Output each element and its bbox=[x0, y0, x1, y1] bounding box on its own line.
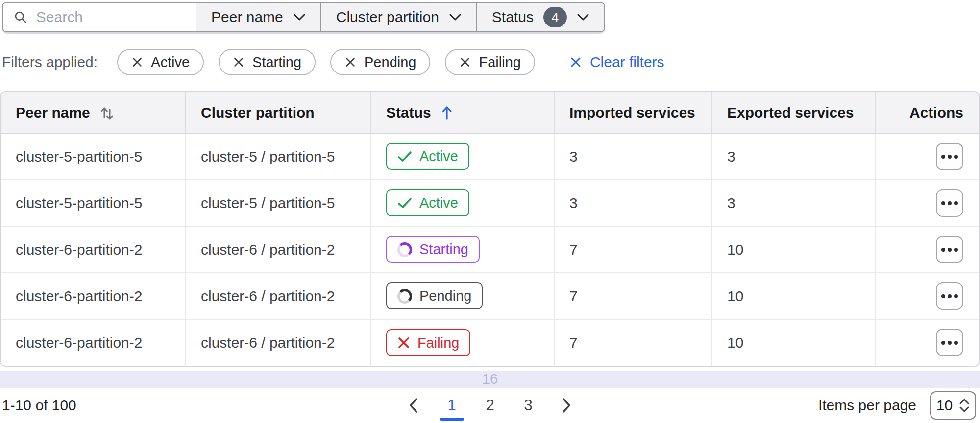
status-label: Failing bbox=[417, 335, 459, 351]
page-button-3[interactable]: 3 bbox=[514, 390, 542, 421]
status-label: Active bbox=[419, 148, 458, 164]
table-row: cluster-6-partition-2cluster-6 / partiti… bbox=[1, 319, 979, 366]
chevron-left-icon bbox=[409, 398, 418, 413]
spinner-icon bbox=[397, 289, 412, 304]
column-label: Status bbox=[386, 104, 431, 121]
previous-page-button[interactable] bbox=[400, 390, 427, 421]
cell-imported-services: 3 bbox=[554, 133, 712, 180]
dropdown-label: Peer name bbox=[211, 9, 283, 25]
filter-chip-label: Active bbox=[151, 54, 190, 70]
table-row: cluster-6-partition-2cluster-6 / partiti… bbox=[1, 273, 979, 319]
status-badge: Failing bbox=[386, 329, 470, 356]
cell-cluster-partition: cluster-6 / partition-2 bbox=[186, 226, 371, 273]
items-per-page-select[interactable]: 10 bbox=[930, 391, 976, 420]
status-badge: Active bbox=[386, 143, 469, 170]
chevron-right-icon bbox=[562, 398, 571, 413]
check-icon bbox=[397, 151, 412, 163]
remove-filter-icon[interactable] bbox=[344, 56, 356, 68]
chevron-down-icon bbox=[449, 13, 462, 21]
cluster-partition-filter-dropdown[interactable]: Cluster partition bbox=[320, 3, 476, 31]
column-label: Peer name bbox=[16, 104, 90, 121]
cell-exported-services: 10 bbox=[712, 273, 875, 319]
remove-filter-icon[interactable] bbox=[459, 56, 471, 68]
next-page-button[interactable] bbox=[553, 390, 580, 421]
clear-filters-label: Clear filters bbox=[590, 54, 664, 70]
filter-chip-active[interactable]: Active bbox=[117, 49, 204, 75]
status-filter-dropdown[interactable]: Status 4 bbox=[476, 3, 604, 31]
partially-visible-row: 16 bbox=[0, 371, 980, 388]
column-header-peer-name[interactable]: Peer name bbox=[1, 92, 186, 133]
filter-chip-starting[interactable]: Starting bbox=[219, 49, 316, 75]
status-badge: Pending bbox=[386, 282, 483, 309]
cell-peer-name: cluster-6-partition-2 bbox=[1, 319, 186, 366]
cell-peer-name: cluster-5-partition-5 bbox=[1, 180, 186, 226]
column-label: Imported services bbox=[569, 104, 695, 120]
ellipsis-icon bbox=[941, 340, 958, 345]
remove-filter-icon[interactable] bbox=[131, 56, 143, 68]
row-actions-button[interactable] bbox=[936, 143, 963, 170]
filter-chip-label: Starting bbox=[252, 54, 301, 70]
sort-ascending-icon bbox=[440, 104, 454, 121]
peers-table: Peer name Cluster partition Status bbox=[0, 91, 980, 367]
x-icon bbox=[397, 336, 410, 349]
filter-chips: ActiveStartingPendingFailing bbox=[117, 49, 550, 75]
cell-imported-services: 3 bbox=[554, 180, 712, 226]
cell-imported-services: 7 bbox=[554, 226, 712, 273]
table-body: cluster-5-partition-5cluster-5 / partiti… bbox=[1, 133, 979, 366]
pagination-range-label: 1-10 of 100 bbox=[2, 397, 76, 414]
ellipsis-icon bbox=[941, 294, 958, 299]
partially-visible-row-text: 16 bbox=[482, 371, 498, 387]
clear-filters-button[interactable]: Clear filters bbox=[569, 54, 664, 70]
column-header-status[interactable]: Status bbox=[371, 92, 554, 133]
pagination-bar: 1-10 of 100 1 2 3 Items per page 10 bbox=[0, 388, 980, 423]
filter-chip-failing[interactable]: Failing bbox=[445, 49, 535, 75]
cell-exported-services: 3 bbox=[712, 180, 875, 226]
page-button-2[interactable]: 2 bbox=[476, 390, 504, 421]
cell-status: Active bbox=[371, 180, 554, 226]
filter-chip-pending[interactable]: Pending bbox=[330, 49, 430, 75]
cell-imported-services: 7 bbox=[554, 319, 712, 366]
sort-both-icon bbox=[99, 104, 115, 121]
ellipsis-icon bbox=[941, 201, 958, 206]
dropdown-label: Cluster partition bbox=[336, 9, 439, 25]
column-header-cluster-partition: Cluster partition bbox=[186, 92, 371, 133]
status-filter-count-badge: 4 bbox=[543, 7, 567, 27]
ellipsis-icon bbox=[941, 154, 958, 159]
chevron-down-icon bbox=[293, 13, 306, 21]
items-per-page-control: Items per page 10 bbox=[818, 391, 976, 420]
search-input[interactable] bbox=[36, 9, 185, 25]
row-actions-button[interactable] bbox=[936, 189, 963, 217]
column-header-imported-services: Imported services bbox=[554, 92, 712, 133]
cell-exported-services: 3 bbox=[712, 133, 875, 180]
column-label: Cluster partition bbox=[201, 104, 315, 120]
page-button-1[interactable]: 1 bbox=[438, 390, 466, 421]
applied-filters-bar: Filters applied: ActiveStartingPendingFa… bbox=[2, 48, 978, 76]
status-label: Active bbox=[419, 195, 458, 211]
peer-name-filter-dropdown[interactable]: Peer name bbox=[196, 3, 320, 31]
status-badge: Active bbox=[386, 189, 469, 216]
status-label: Starting bbox=[419, 241, 468, 258]
column-header-actions: Actions bbox=[875, 92, 979, 133]
chevron-down-icon bbox=[577, 13, 589, 21]
row-actions-button[interactable] bbox=[936, 329, 963, 356]
check-icon bbox=[397, 197, 412, 209]
filter-chip-label: Pending bbox=[364, 54, 416, 70]
dropdown-label: Status bbox=[492, 9, 534, 25]
table-row: cluster-6-partition-2cluster-6 / partiti… bbox=[1, 226, 979, 273]
status-label: Pending bbox=[419, 288, 471, 304]
search-box[interactable] bbox=[3, 3, 196, 31]
items-per-page-label: Items per page bbox=[818, 397, 916, 414]
row-actions-button[interactable] bbox=[936, 282, 963, 310]
column-label: Actions bbox=[909, 104, 963, 120]
cell-exported-services: 10 bbox=[712, 226, 875, 273]
row-actions-button[interactable] bbox=[936, 236, 963, 263]
cell-actions bbox=[875, 273, 979, 319]
filter-toolbar: Peer name Cluster partition Status 4 bbox=[2, 2, 605, 32]
column-header-exported-services: Exported services bbox=[712, 92, 875, 133]
cell-exported-services: 10 bbox=[712, 319, 875, 366]
cell-cluster-partition: cluster-6 / partition-2 bbox=[186, 273, 371, 319]
status-badge: Starting bbox=[386, 236, 480, 263]
remove-filter-icon[interactable] bbox=[233, 56, 245, 68]
table-row: cluster-5-partition-5cluster-5 / partiti… bbox=[1, 180, 979, 226]
stepper-icon bbox=[959, 398, 970, 413]
